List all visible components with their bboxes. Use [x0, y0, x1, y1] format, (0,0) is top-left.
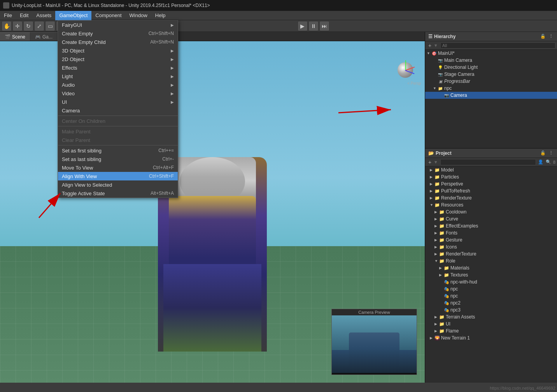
project-item-fonts[interactable]: ▶ 📁 Fonts — [425, 229, 557, 236]
menu-assets[interactable]: Assets — [32, 11, 55, 20]
project-item-npc3[interactable]: 🎭 npc3 — [425, 306, 557, 313]
menu-align-view-to-selected[interactable]: Align View to Selected — [58, 180, 178, 189]
menu-gameobject[interactable]: GameObject — [55, 11, 91, 20]
menu-window[interactable]: Window — [126, 11, 151, 20]
project-item-model[interactable]: ▶ 📁 Model — [425, 166, 557, 173]
pause-btn[interactable]: ⏸ — [308, 21, 319, 31]
watermark: https://blog.csdn.net/qq_46649692 — [490, 386, 555, 390]
project-item-icons[interactable]: ▶ 📁 Icons — [425, 243, 557, 250]
menu-edit[interactable]: Edit — [16, 11, 32, 20]
project-item-npc-hud[interactable]: 🎭 npc-with-hud — [425, 278, 557, 285]
asset-npc3-icon: 🎭 — [444, 301, 449, 306]
project-filter-btn[interactable]: 🔍 — [545, 159, 552, 165]
title-bar: Unity-LoopList - MainUI - PC, Mac & Linu… — [0, 0, 557, 11]
asset-npc-hud-icon: 🎭 — [444, 280, 449, 285]
menu-component[interactable]: Component — [91, 11, 125, 20]
project-item-newterrain[interactable]: ▶ 🌄 New Terrain 1 — [425, 334, 557, 341]
project-add-btn[interactable]: + — [427, 159, 433, 165]
project-item-particles[interactable]: ▶ 📁 Particles — [425, 173, 557, 180]
menu-camera[interactable]: Camera — [58, 106, 178, 115]
tree-item-npc[interactable]: ▼ 📁 npc — [425, 85, 557, 92]
menu-make-parent[interactable]: Make Parent — [58, 127, 178, 136]
dir-light-icon: 💡 — [438, 65, 443, 70]
project-item-materials[interactable]: ▶ 📁 Materials — [425, 264, 557, 271]
tree-item-stage-camera[interactable]: 📷 Stage Camera — [425, 71, 557, 78]
project-item-gesture[interactable]: ▶ 📁 Gesture — [425, 236, 557, 243]
hierarchy-search[interactable] — [440, 42, 555, 49]
project-lock-btn[interactable]: 🔓 — [540, 150, 546, 156]
folder-gesture-icon: 📁 — [439, 238, 445, 243]
folder-fx-icon: 📁 — [439, 224, 445, 229]
menu-center-on-children[interactable]: Center On Children — [58, 117, 178, 125]
menu-video[interactable]: Video ▶ — [58, 89, 178, 98]
tree-item-camera[interactable]: 📷 Camera — [425, 92, 557, 99]
play-btn[interactable]: ▶ — [298, 21, 308, 31]
project-item-pulltorefresh[interactable]: ▶ 📁 PullToRefresh — [425, 187, 557, 194]
menu-3d-object[interactable]: 3D Object ▶ — [58, 46, 178, 55]
project-item-curve[interactable]: ▶ 📁 Curve — [425, 215, 557, 222]
camera-icon: 📷 — [444, 93, 449, 98]
menu-help[interactable]: Help — [151, 11, 170, 20]
tab-game[interactable]: 🎮 Ga... — [30, 32, 58, 41]
menu-file[interactable]: File — [0, 11, 16, 20]
tab-scene[interactable]: 🎬 Scene — [0, 32, 30, 41]
project-item-npc1[interactable]: 🎭 npc — [425, 285, 557, 292]
project-search[interactable] — [440, 159, 536, 165]
menu-clear-parent[interactable]: Clear Parent — [58, 136, 178, 144]
project-menu-btn[interactable]: ⋮ — [548, 150, 554, 156]
tree-item-mainui[interactable]: ▼ 🎯 MainUI* — [425, 50, 557, 57]
gizmo-y-axis — [405, 60, 406, 70]
menu-move-to-view[interactable]: Move To View Ctrl+Alt+F — [58, 163, 178, 172]
menu-audio[interactable]: Audio ▶ — [58, 80, 178, 89]
move-tool-btn[interactable]: ✛ — [12, 21, 23, 31]
project-item-terrain-assets[interactable]: ▶ 📁 Terrain Assets — [425, 313, 557, 320]
menu-create-empty[interactable]: Create Empty Ctrl+Shift+N — [58, 29, 178, 38]
project-item-ui[interactable]: ▶ 📁 UI — [425, 320, 557, 327]
folder-rt2-icon: 📁 — [439, 252, 445, 257]
hierarchy-add-btn[interactable]: + — [427, 42, 433, 49]
hierarchy-header: ☰ Hierarchy 🔓 ⋮ — [425, 32, 557, 41]
folder-ptr-icon: 📁 — [434, 189, 440, 194]
project-item-rendertexture1[interactable]: ▶ 📁 RenderTexture — [425, 194, 557, 201]
menu-fairygui[interactable]: FairyGUI ▶ — [58, 21, 178, 29]
project-view-btn[interactable]: 👤 — [538, 159, 544, 165]
step-btn[interactable]: ⏭ — [319, 21, 329, 31]
scale-tool-btn[interactable]: ⤢ — [34, 21, 44, 31]
menu-set-last-sibling[interactable]: Set as last sibling Ctrl+- — [58, 155, 178, 163]
project-title: Project — [436, 150, 538, 156]
hierarchy-toolbar: + ▾ — [425, 41, 557, 50]
menu-ui[interactable]: UI ▶ — [58, 98, 178, 106]
menu-effects[interactable]: Effects ▶ — [58, 63, 178, 72]
project-tree: ▶ 📁 Model ▶ 📁 Particles ▶ 📁 Perspetive — [425, 166, 557, 383]
project-item-cooldown[interactable]: ▶ 📁 Cooldown — [425, 208, 557, 215]
folder-particles-icon: 📁 — [434, 175, 440, 180]
tree-item-main-camera[interactable]: 📷 Main Camera — [425, 57, 557, 64]
project-icon: 📂 — [428, 150, 434, 156]
menu-light[interactable]: Light ▶ — [58, 72, 178, 80]
rotate-tool-btn[interactable]: ↻ — [23, 21, 33, 31]
hierarchy-menu-btn[interactable]: ⋮ — [548, 33, 554, 40]
menu-toggle-active-state[interactable]: Toggle Active State Alt+Shift+A — [58, 189, 178, 198]
hierarchy-lock-btn[interactable]: 🔓 — [540, 33, 546, 40]
tree-item-progressbar[interactable]: ▣ ProgressBar — [425, 78, 557, 85]
menu-create-empty-child[interactable]: Create Empty Child Alt+Shift+N — [58, 38, 178, 46]
folder-terrain-icon: 📁 — [439, 315, 445, 320]
project-item-npc2[interactable]: 🎭 npc2 — [425, 299, 557, 306]
mainui-icon: 🎯 — [431, 51, 437, 56]
menu-2d-object[interactable]: 2D Object ▶ — [58, 55, 178, 63]
project-item-rendertexture2[interactable]: ▶ 📁 RenderTexture — [425, 250, 557, 257]
project-item-textures[interactable]: ▶ 📁 Textures — [425, 271, 557, 278]
project-toolbar: + ▾ 👤 🔍 8 — [425, 158, 557, 166]
menu-align-with-view[interactable]: Align With View Ctrl+Shift+F — [58, 172, 178, 180]
project-item-flame[interactable]: ▶ 📁 Flame — [425, 327, 557, 334]
project-item-effectexamples[interactable]: ▶ 📁 EffectExamples — [425, 222, 557, 229]
tree-item-dir-light[interactable]: 💡 Directional Light — [425, 64, 557, 71]
hand-tool-btn[interactable]: ✋ — [2, 21, 12, 31]
rect-tool-btn[interactable]: ▭ — [45, 21, 55, 31]
project-item-resources[interactable]: ▼ 📁 Resources — [425, 201, 557, 208]
project-item-perspetive[interactable]: ▶ 📁 Perspetive — [425, 180, 557, 187]
project-item-role[interactable]: ▼ 📁 Role — [425, 257, 557, 264]
stage-camera-icon: 📷 — [438, 72, 443, 77]
project-item-npc2-asset[interactable]: 🎭 npc — [425, 292, 557, 299]
menu-set-first-sibling[interactable]: Set as first sibling Ctrl++= — [58, 146, 178, 155]
